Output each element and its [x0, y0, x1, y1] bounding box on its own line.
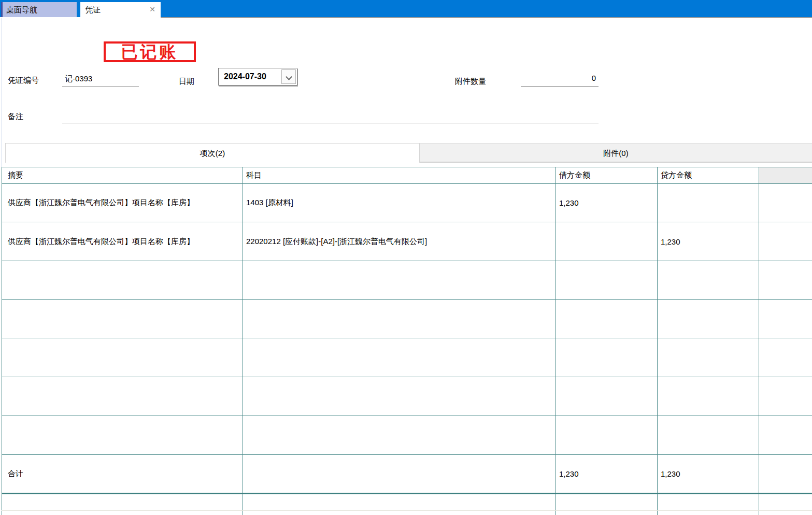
tab-attachments-label: 附件(0) [603, 149, 628, 158]
tab-bar-shadow [161, 17, 812, 18]
cell-summary[interactable]: 供应商【浙江魏尔普电气有限公司】项目名称【库房】 [2, 222, 243, 261]
cell-account[interactable]: 22020212 [应付账款]-[A2]-[浙江魏尔普电气有限公司] [243, 222, 556, 261]
cell-summary[interactable]: 供应商【浙江魏尔普电气有限公司】项目名称【库房】 [2, 184, 243, 222]
attachment-count-underline [521, 86, 599, 87]
posted-stamp: 已记账 [104, 41, 196, 62]
tab-items-label: 项次(2) [200, 149, 225, 158]
grid-header-row: 摘要 科目 借方金额 贷方金额 [2, 167, 812, 184]
empty-row [2, 494, 812, 511]
date-value: 2024-07-30 [224, 72, 266, 81]
empty-row [2, 416, 812, 455]
header-credit: 贷方金额 [658, 167, 759, 184]
entries-grid: 摘要 科目 借方金额 贷方金额 供应商【浙江魏尔普电气有限公司】项目名称【库房】… [2, 167, 812, 515]
voucher-no-value[interactable]: 记-0393 [65, 74, 92, 84]
cell-extra[interactable] [759, 222, 812, 261]
empty-row [2, 511, 812, 515]
total-row: 合计 1,230 1,230 [2, 455, 812, 494]
empty-row [2, 338, 812, 377]
attachment-count-value[interactable]: 0 [521, 74, 596, 82]
cell-credit[interactable]: 1,230 [658, 222, 759, 261]
voucher-no-label: 凭证编号 [8, 76, 39, 85]
date-label: 日期 [179, 77, 194, 87]
attachment-count-label: 附件数量 [455, 77, 486, 87]
total-credit: 1,230 [658, 455, 759, 494]
tab-attachments[interactable]: 附件(0) [420, 143, 812, 163]
remark-underline [62, 123, 599, 123]
date-combobox[interactable]: 2024-07-30 [218, 68, 297, 85]
close-icon[interactable]: ✕ [149, 2, 155, 17]
window-tab-voucher-label: 凭证 [85, 5, 101, 14]
remark-label: 备注 [8, 112, 23, 122]
header-summary: 摘要 [2, 167, 243, 184]
window-tab-voucher[interactable]: 凭证 ✕ [80, 2, 161, 17]
tab-items[interactable]: 项次(2) [5, 143, 420, 163]
total-debit: 1,230 [556, 455, 658, 494]
voucher-no-underline [62, 87, 139, 87]
date-dropdown-button[interactable] [281, 69, 296, 84]
cell-debit[interactable]: 1,230 [556, 184, 658, 222]
cell-credit[interactable] [658, 184, 759, 222]
table-row: 供应商【浙江魏尔普电气有限公司】项目名称【库房】 1403 [原材料] 1,23… [2, 184, 812, 222]
total-label: 合计 [2, 455, 243, 494]
empty-row [2, 300, 812, 338]
header-extra [759, 167, 812, 184]
window-tab-desktop-nav[interactable]: 桌面导航 [1, 2, 77, 17]
header-account: 科目 [243, 167, 556, 184]
chevron-down-icon [286, 74, 292, 80]
window-tab-desktop-nav-label: 桌面导航 [6, 5, 37, 14]
table-row: 供应商【浙江魏尔普电气有限公司】项目名称【库房】 22020212 [应付账款]… [2, 222, 812, 261]
cell-extra[interactable] [759, 184, 812, 222]
empty-row [2, 261, 812, 300]
cell-account[interactable]: 1403 [原材料] [243, 184, 556, 222]
cell-debit[interactable] [556, 222, 658, 261]
empty-row [2, 377, 812, 416]
header-debit: 借方金额 [556, 167, 658, 184]
